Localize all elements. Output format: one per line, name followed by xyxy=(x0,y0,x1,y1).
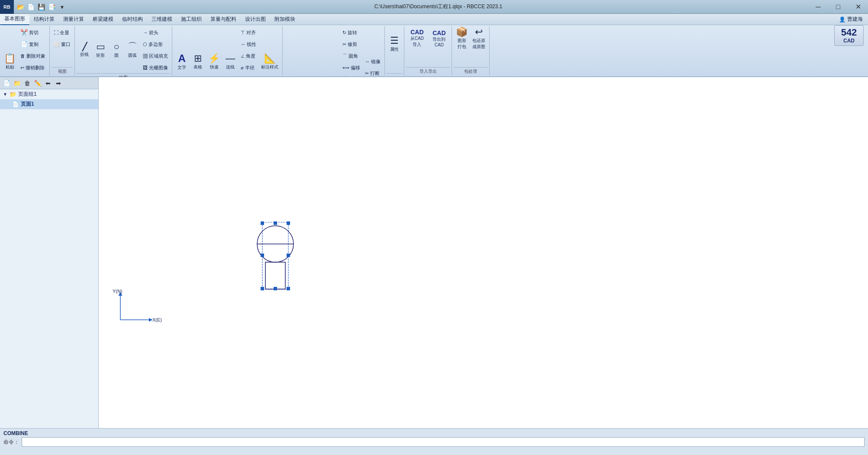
arc-button[interactable]: ⌒ 圆弧 xyxy=(125,39,140,62)
copy-button[interactable]: 📄复制 xyxy=(18,39,48,50)
folder-icon: 📁 xyxy=(10,91,16,98)
expand-icon: ▼ xyxy=(3,92,8,97)
modify-group: ⊕ 复制 ✛ 移动 ⋮⋮ 阵列 ↻ 旋转 ✂ 修剪 ⌒ 圆角 ⟺ 偏移 ▦ 组合 xyxy=(283,26,385,75)
undo-delete-button[interactable]: ↩ 撤销删除 xyxy=(18,62,48,73)
unpackage-button[interactable]: ↩ 包还原成原图 xyxy=(470,27,487,50)
command-input-row: 命令： xyxy=(3,437,865,447)
align-left-button[interactable]: ⬅ xyxy=(43,78,53,88)
text-button[interactable]: A 文字 xyxy=(174,50,190,74)
window-controls: ─ □ ✕ xyxy=(808,0,868,14)
cad-badge-area: 542 CAD xyxy=(834,25,864,46)
radius-dim-button[interactable]: ⌀ 半径 xyxy=(239,62,258,73)
delete-page-button[interactable]: 🗑 xyxy=(23,78,32,88)
canvas-area[interactable]: Y(N) X(E) xyxy=(99,77,868,428)
polygon-button[interactable]: ⬡ 多边形 xyxy=(141,39,170,50)
menu-basic-shapes[interactable]: 基本图形 xyxy=(0,14,29,25)
rectangle-button[interactable]: ▭ 矩形 xyxy=(93,39,108,62)
offset-button[interactable]: ⟺ 偏移 xyxy=(340,62,362,73)
svg-text:X(E): X(E) xyxy=(152,317,162,322)
username: 曹建海 xyxy=(847,16,863,23)
menu-addons[interactable]: 附加模块 xyxy=(270,14,300,25)
view-group: ⛶ 全显 ⬜ 窗口 视图 xyxy=(50,26,75,75)
cad-unit: CAD xyxy=(843,38,855,44)
connect-button[interactable]: — 连线 xyxy=(223,50,238,74)
selection-box xyxy=(262,222,288,289)
minimize-button[interactable]: ─ xyxy=(808,0,828,14)
tree-view: ▼ 📁 页面组1 📄 页面1 xyxy=(0,89,98,109)
menu-structural-calc[interactable]: 结构计算 xyxy=(29,14,59,25)
fillet-button[interactable]: ⌒ 圆角 xyxy=(340,50,362,62)
trim-button[interactable]: ✂ 修剪 xyxy=(340,39,362,50)
menu-construction[interactable]: 施工组织 xyxy=(177,14,206,25)
import-cad-button[interactable]: CAD 从CAD 导入 xyxy=(406,27,428,49)
fill-button[interactable]: ▦ 区域填充 xyxy=(141,50,170,62)
close-button[interactable]: ✕ xyxy=(848,0,868,14)
raster-button[interactable]: 🖼 光栅图像 xyxy=(141,62,170,73)
user-info: 👤 曹建海 xyxy=(839,16,868,23)
circle-button[interactable]: ○ 圆 xyxy=(109,39,124,62)
export-cad-button[interactable]: CAD 导出到 CAD xyxy=(428,28,450,49)
menu-temp-structure[interactable]: 临时结构 xyxy=(118,14,147,25)
new-page-button[interactable]: 📄 xyxy=(2,78,11,88)
mirror-button[interactable]: ↔ 镜像 xyxy=(363,56,383,68)
handle-ml xyxy=(261,254,264,257)
main-area: 📄 📁 🗑 ✏️ ⬅ ➡ ▼ 📁 页面组1 📄 页面1 xyxy=(0,77,868,428)
paste-button[interactable]: 📋 粘贴 xyxy=(2,45,18,79)
saveas-button[interactable]: 📑 xyxy=(47,2,56,12)
cad-count: 542 xyxy=(841,27,857,38)
page-icon: 📄 xyxy=(12,101,19,107)
annotation-group: A 文字 ⊞ 表格 ⚡ 快速 — 连线 ⊤ 对齐 ↔ 线性 xyxy=(172,26,283,75)
group-label: 页面组1 xyxy=(18,91,37,98)
draw-group: ╱ 折线 ▭ 矩形 ○ 圆 ⌒ 圆弧 → 箭头 ⬡ 多边形 xyxy=(75,26,172,75)
polyline-button[interactable]: ╱ 折线 xyxy=(77,39,92,62)
tree-page-1[interactable]: 📄 页面1 xyxy=(0,99,98,109)
menubar: 基本图形 结构计算 测量计算 桥梁建模 临时结构 三维建模 施工组织 算量与配料… xyxy=(0,14,868,25)
new-button[interactable]: 📄 xyxy=(26,2,35,12)
delete-object-button[interactable]: 🗑 删除对象 xyxy=(18,50,48,62)
titlebar: RB 📂 📄 💾 📑 ▾ C:\Users\hai07\Documents\工程… xyxy=(0,0,868,14)
open-button[interactable]: 📂 xyxy=(16,2,25,12)
command-prompt: 命令： xyxy=(3,439,19,446)
fullview-button[interactable]: ⛶ 全显 xyxy=(52,27,73,38)
rename-button[interactable]: ✏️ xyxy=(33,78,42,88)
cut-button[interactable]: ✂️剪切 xyxy=(18,27,48,38)
arrow-button[interactable]: → 箭头 xyxy=(141,27,170,38)
app-icon: RB xyxy=(0,0,14,14)
menu-design-output[interactable]: 设计出图 xyxy=(241,14,270,25)
restore-button[interactable]: □ xyxy=(828,0,848,14)
dim-style-button[interactable]: 📐 标注样式 xyxy=(259,50,281,74)
window-title: C:\Users\hai07\Documents\工程1.qlqx - RBCC… xyxy=(68,3,808,10)
save-button[interactable]: 💾 xyxy=(36,2,46,12)
sidebar-toolbar: 📄 📁 🗑 ✏️ ⬅ ➡ xyxy=(0,77,98,89)
menu-measure-calc[interactable]: 测量计算 xyxy=(59,14,88,25)
table-button[interactable]: ⊞ 表格 xyxy=(190,50,206,74)
rotate-button[interactable]: ↻ 旋转 xyxy=(340,27,362,38)
importexport-label: 导入导出 xyxy=(406,67,450,75)
menu-3d-model[interactable]: 三维建模 xyxy=(147,14,177,25)
svg-text:Y(N): Y(N) xyxy=(113,289,123,294)
angle-dim-button[interactable]: ∠ 角度 xyxy=(239,50,258,62)
menu-bridge-model[interactable]: 桥梁建模 xyxy=(88,14,118,25)
cad-count-badge: 542 CAD xyxy=(834,25,864,46)
tree-group-1[interactable]: ▼ 📁 页面组1 xyxy=(0,89,98,99)
window-button[interactable]: ⬜ 窗口 xyxy=(52,39,73,50)
package-group: 📦 图形打包 ↩ 包还原成原图 包处理 xyxy=(452,26,490,75)
package-button[interactable]: 📦 图形打包 xyxy=(454,27,470,50)
properties-button[interactable]: ☰ 属性 xyxy=(387,27,402,62)
dropdown-button[interactable]: ▾ xyxy=(57,2,67,12)
drawing-canvas: Y(N) X(E) xyxy=(99,77,868,428)
view-label: 视图 xyxy=(52,67,73,75)
handle-tr xyxy=(287,221,290,225)
menu-quantity[interactable]: 算量与配料 xyxy=(206,14,241,25)
coordinate-axis: Y(N) X(E) xyxy=(113,289,162,322)
command-input[interactable] xyxy=(22,437,865,447)
properties-group: ☰ 属性 xyxy=(385,26,404,75)
align-right-button[interactable]: ➡ xyxy=(54,78,63,88)
quick-button[interactable]: ⚡ 快速 xyxy=(206,50,222,74)
linear-dim-button[interactable]: ↔ 线性 xyxy=(239,39,258,50)
handle-tl xyxy=(261,221,264,225)
handle-bl xyxy=(261,287,264,290)
page-label: 页面1 xyxy=(21,101,34,108)
align-dim-button[interactable]: ⊤ 对齐 xyxy=(239,27,258,38)
new-group-button[interactable]: 📁 xyxy=(12,78,22,88)
